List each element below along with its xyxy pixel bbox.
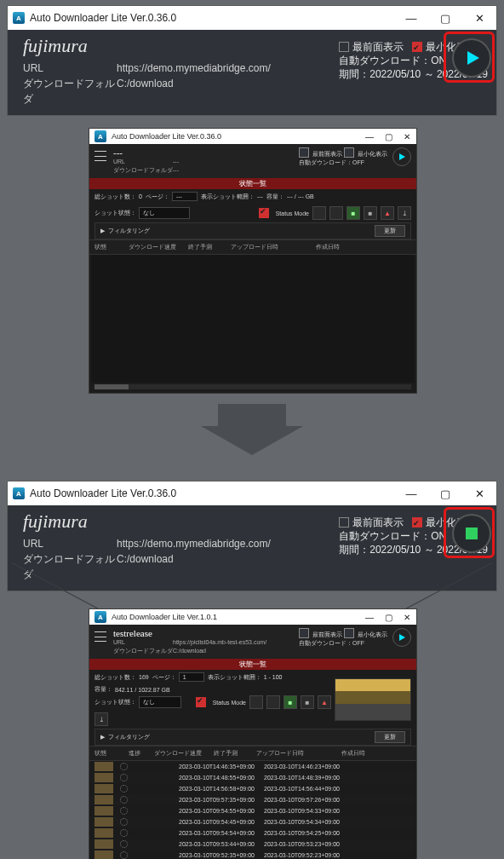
folder-label: ダウンロードフォルダ — [23, 76, 117, 107]
minimized-checkbox[interactable] — [412, 42, 422, 52]
table-row[interactable]: 2023-03-10T09:54:45+09:002023-03-10T09:5… — [89, 816, 416, 827]
topmost-checkbox[interactable] — [339, 42, 349, 52]
table-row[interactable]: 2023-03-10T09:54:55+09:002023-03-10T09:5… — [89, 805, 416, 816]
table-row[interactable]: 2023-03-10T14:46:35+09:002023-03-10T14:4… — [89, 761, 416, 772]
upload-time: 2023-03-10T09:54:54+09:00 — [179, 830, 264, 836]
upload-time: 2023-03-10T09:52:35+09:00 — [179, 852, 264, 858]
col-created: 作成日時 — [341, 749, 411, 758]
close-button[interactable]: ✕ — [462, 6, 496, 30]
topmost-checkbox[interactable] — [299, 628, 309, 638]
update-button[interactable]: 更新 — [375, 225, 405, 237]
minimize-button[interactable]: — — [394, 6, 428, 30]
maximize-button[interactable]: ▢ — [428, 6, 462, 30]
page-select[interactable]: --- — [172, 192, 198, 201]
stop-button[interactable] — [452, 514, 491, 553]
minimize-button[interactable]: — — [394, 481, 428, 505]
arrow-icon — [218, 404, 303, 455]
status-mode-checkbox[interactable] — [259, 208, 269, 218]
created-time: 2023-03-10T14:48:39+09:00 — [264, 775, 411, 781]
tool-button[interactable] — [312, 206, 326, 220]
app-icon: A — [94, 130, 106, 142]
hamburger-icon[interactable] — [94, 151, 106, 161]
expand-icon[interactable]: ▶ — [100, 734, 105, 741]
app-icon: A — [13, 487, 25, 499]
tool-button[interactable]: ⤓ — [94, 712, 108, 726]
list-title: 状態一覧 — [89, 178, 416, 189]
page-select[interactable]: 1 — [179, 672, 204, 682]
col-upload: アップロード日時 — [256, 749, 341, 758]
minimized-checkbox[interactable] — [344, 628, 354, 638]
update-button[interactable]: 更新 — [375, 731, 405, 743]
tool-button[interactable]: ■ — [301, 695, 314, 709]
row-thumbnail — [94, 773, 113, 782]
tool-button[interactable] — [249, 695, 263, 709]
maximize-button[interactable]: ▢ — [379, 129, 398, 144]
upload-time: 2023-03-10T14:48:55+09:00 — [179, 775, 264, 781]
folder-value: C:/download — [117, 76, 174, 107]
tool-button[interactable]: ■ — [346, 206, 360, 220]
scrollbar[interactable] — [94, 384, 411, 389]
maximize-button[interactable]: ▢ — [379, 609, 398, 625]
maximize-button[interactable]: ▢ — [428, 481, 462, 505]
progress-icon — [120, 763, 128, 770]
start-button[interactable] — [452, 38, 491, 78]
col-state: 状態 — [94, 749, 129, 758]
created-time: 2023-03-10T14:56:44+09:00 — [264, 786, 411, 792]
start-button[interactable] — [392, 628, 411, 647]
list-title: 状態一覧 — [89, 659, 416, 670]
table-body-empty — [91, 255, 415, 383]
row-thumbnail — [94, 795, 113, 804]
tool-button[interactable]: ▲ — [381, 206, 394, 220]
table-row[interactable]: 2023-03-10T09:53:44+09:002023-03-10T09:5… — [89, 839, 416, 850]
status-mode-checkbox[interactable] — [196, 697, 206, 707]
upload-time: 2023-03-10T14:56:58+09:00 — [179, 786, 264, 792]
tool-button[interactable]: ■ — [284, 695, 297, 709]
expand-icon[interactable]: ▶ — [100, 228, 105, 234]
topmost-checkbox[interactable] — [339, 517, 349, 528]
tool-button[interactable] — [266, 695, 280, 709]
row-thumbnail — [94, 762, 113, 771]
upload-time: 2023-03-10T09:53:44+09:00 — [179, 841, 264, 847]
shotstate-select[interactable]: なし — [139, 207, 190, 219]
row-thumbnail — [94, 806, 113, 816]
table-body: 2023-03-10T14:46:35+09:002023-03-10T14:4… — [89, 761, 416, 859]
minimized-checkbox[interactable] — [412, 517, 422, 528]
progress-icon — [120, 840, 128, 848]
app-icon: A — [94, 611, 106, 623]
col-progress: 進捗 — [129, 749, 154, 758]
close-button[interactable]: ✕ — [398, 129, 416, 144]
titlebar: A Auto Downloader Lite Ver.0.36.0 — ▢ ✕ — [8, 6, 496, 30]
close-button[interactable]: ✕ — [462, 481, 496, 505]
table-row[interactable]: 2023-03-10T09:54:54+09:002023-03-10T09:5… — [89, 827, 416, 839]
tool-button[interactable]: ⤓ — [398, 206, 411, 220]
topmost-checkbox[interactable] — [299, 147, 309, 158]
progress-icon — [120, 829, 128, 837]
tool-button[interactable] — [329, 206, 343, 220]
col-end: 終了予測 — [214, 749, 256, 758]
col-upload: アップロード日時 — [231, 243, 316, 251]
progress-icon — [120, 807, 128, 815]
window-title: Auto Downloader Lite Ver.1.0.1 — [112, 613, 360, 621]
created-time: 2023-03-10T09:54:33+09:00 — [264, 808, 411, 814]
row-thumbnail — [94, 839, 113, 849]
tool-button[interactable]: ■ — [364, 206, 377, 220]
created-time: 2023-03-10T14:46:23+09:00 — [264, 764, 411, 770]
close-button[interactable]: ✕ — [398, 609, 416, 625]
table-row[interactable]: 2023-03-10T09:57:35+09:002023-03-10T09:5… — [89, 794, 416, 805]
window-title: Auto Downloader Lite Ver.0.36.0 — [30, 487, 394, 499]
minimize-button[interactable]: — — [360, 129, 379, 144]
minimize-button[interactable]: — — [360, 609, 379, 625]
table-row[interactable]: 2023-03-10T14:48:55+09:002023-03-10T14:4… — [89, 772, 416, 783]
url-value: https://demo.mymediabridge.com/ — [117, 61, 271, 76]
shotstate-select[interactable]: なし — [139, 696, 181, 708]
table-row[interactable]: 2023-03-10T09:52:35+09:002023-03-10T09:5… — [89, 850, 416, 859]
progress-icon — [120, 796, 128, 804]
start-button[interactable] — [392, 147, 411, 166]
col-created: 作成日時 — [316, 243, 411, 251]
tool-button[interactable]: ▲ — [318, 695, 331, 709]
table-row[interactable]: 2023-03-10T14:56:58+09:002023-03-10T14:5… — [89, 783, 416, 794]
created-time: 2023-03-10T09:54:25+09:00 — [264, 830, 411, 836]
hamburger-icon[interactable] — [94, 631, 106, 642]
minimized-checkbox[interactable] — [344, 147, 354, 158]
created-time: 2023-03-10T09:52:23+09:00 — [264, 852, 411, 858]
